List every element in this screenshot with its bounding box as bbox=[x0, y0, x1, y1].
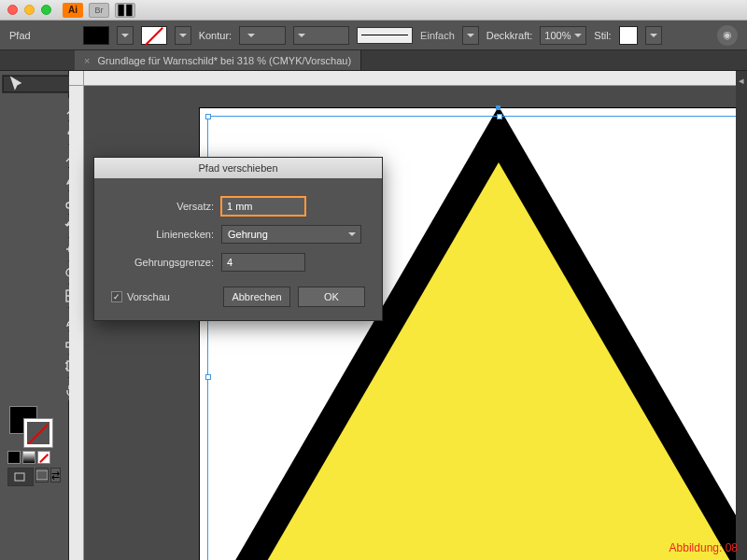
var-width-dropdown[interactable] bbox=[293, 26, 349, 45]
close-icon[interactable] bbox=[7, 5, 18, 15]
cancel-button[interactable]: Abbrechen bbox=[223, 287, 290, 307]
brush-dropdown[interactable] bbox=[462, 26, 479, 45]
panel-dock-collapsed[interactable]: ◂ bbox=[736, 71, 747, 560]
svg-rect-21 bbox=[36, 470, 48, 480]
handle-n[interactable] bbox=[497, 114, 502, 119]
style-dropdown[interactable] bbox=[645, 26, 662, 45]
color-mode-gradient[interactable] bbox=[22, 451, 35, 464]
stroke-dropdown[interactable] bbox=[175, 26, 191, 45]
offset-path-dialog: Pfad verschieben Versatz: Linienecken: G… bbox=[93, 157, 383, 321]
document-tab-bar: × Grundlage für Warnschild* bei 318 % (C… bbox=[0, 50, 747, 71]
brush-preview[interactable] bbox=[357, 27, 413, 44]
color-mode-solid[interactable] bbox=[7, 451, 21, 464]
brush-style-label: Einfach bbox=[420, 30, 455, 41]
arrange-button[interactable] bbox=[115, 3, 135, 18]
traffic-lights bbox=[7, 5, 51, 15]
control-bar: Pfad Kontur: Einfach Deckkraft: 100% Sti… bbox=[0, 21, 747, 50]
app-badge: Ai bbox=[63, 3, 83, 18]
svg-rect-0 bbox=[119, 4, 124, 16]
opacity-field[interactable]: 100% bbox=[540, 26, 586, 45]
zoom-icon[interactable] bbox=[41, 5, 51, 15]
color-mode-row bbox=[2, 449, 66, 466]
handle-w[interactable] bbox=[205, 374, 211, 380]
ruler-horizontal[interactable] bbox=[84, 71, 747, 86]
svg-rect-20 bbox=[15, 473, 24, 481]
stroke-proxy[interactable] bbox=[24, 419, 52, 447]
preview-checkbox[interactable]: ✓Vorschau bbox=[111, 291, 170, 302]
dialog-titlebar[interactable]: Pfad verschieben bbox=[94, 158, 382, 178]
minimize-icon[interactable] bbox=[24, 5, 35, 15]
svg-rect-1 bbox=[126, 4, 132, 16]
ruler-vertical[interactable] bbox=[69, 86, 84, 560]
stroke-label: Kontur: bbox=[199, 30, 232, 41]
screen-mode-switch[interactable]: ⇄ bbox=[50, 468, 61, 483]
panel-menu-icon[interactable]: ◉ bbox=[717, 25, 738, 46]
screen-mode-full[interactable] bbox=[35, 468, 49, 483]
joins-label: Linienecken: bbox=[111, 229, 214, 240]
tab-close-icon[interactable]: × bbox=[84, 55, 90, 66]
miter-label: Gehrungsgrenze: bbox=[111, 257, 214, 268]
fill-swatch[interactable] bbox=[83, 26, 109, 45]
graphic-style-swatch[interactable] bbox=[619, 26, 638, 45]
window-titlebar: Ai Br bbox=[0, 0, 747, 21]
handle-nw[interactable] bbox=[205, 114, 211, 119]
ok-button[interactable]: OK bbox=[298, 287, 365, 307]
document-tab[interactable]: × Grundlage für Warnschild* bei 318 % (C… bbox=[75, 50, 361, 70]
fill-dropdown[interactable] bbox=[117, 26, 134, 45]
screen-mode-normal[interactable] bbox=[7, 468, 34, 486]
anchor-apex[interactable] bbox=[496, 105, 500, 110]
stroke-swatch[interactable] bbox=[141, 26, 167, 45]
screen-mode-row: ⇄ bbox=[2, 466, 66, 488]
offset-input[interactable] bbox=[221, 197, 305, 216]
miter-input[interactable] bbox=[221, 253, 305, 272]
preview-label: Vorschau bbox=[127, 291, 170, 302]
chevron-down-icon bbox=[348, 232, 356, 236]
stroke-weight-field[interactable] bbox=[239, 26, 286, 45]
tool-panel: ⇄ bbox=[0, 71, 69, 560]
style-label: Stil: bbox=[594, 30, 611, 41]
dialog-title: Pfad verschieben bbox=[199, 162, 278, 174]
selection-type-label: Pfad bbox=[9, 30, 31, 41]
opacity-label: Deckkraft: bbox=[486, 30, 533, 41]
joins-value: Gehrung bbox=[228, 229, 268, 240]
bridge-button[interactable]: Br bbox=[89, 3, 109, 18]
joins-select[interactable]: Gehrung bbox=[221, 225, 361, 244]
figure-caption: Abbildung: 08 bbox=[669, 541, 738, 554]
document-title: Grundlage für Warnschild* bei 318 % (CMY… bbox=[97, 55, 351, 66]
color-mode-none[interactable] bbox=[37, 451, 50, 464]
color-proxy[interactable] bbox=[7, 406, 61, 447]
ruler-origin[interactable] bbox=[69, 71, 84, 86]
offset-label: Versatz: bbox=[111, 201, 214, 212]
